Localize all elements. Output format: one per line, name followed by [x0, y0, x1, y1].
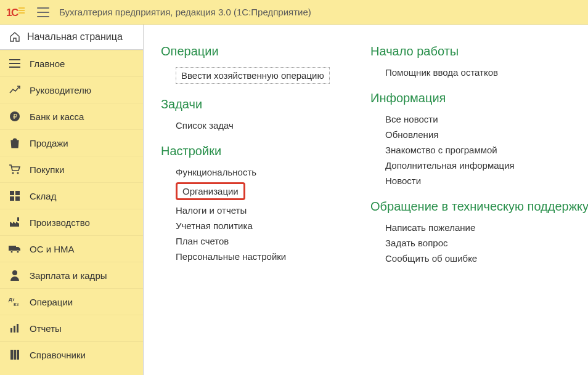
link-organizations[interactable]: Организации: [176, 182, 245, 200]
link-enter-operation[interactable]: Ввести хозяйственную операцию: [176, 67, 330, 84]
link-all-news[interactable]: Все новости: [385, 114, 438, 124]
sidebar-item-label: Банк и касса: [30, 111, 84, 122]
sidebar-item-warehouse[interactable]: Склад: [0, 182, 143, 209]
svg-text:₽: ₽: [13, 113, 17, 120]
link-task-list[interactable]: Список задач: [176, 120, 234, 131]
link-news[interactable]: Новости: [385, 175, 421, 186]
link-personal-settings[interactable]: Персональные настройки: [176, 251, 286, 262]
content-area: Операции Ввести хозяйственную операцию З…: [144, 25, 588, 375]
svg-point-13: [17, 251, 19, 253]
sidebar-item-label: Операции: [30, 297, 73, 307]
link-extra-info[interactable]: Дополнительная информация: [385, 160, 515, 171]
sidebar-item-production[interactable]: Производство: [0, 209, 143, 235]
link-taxes-reports[interactable]: Налоги и отчеты: [176, 205, 247, 216]
link-intro[interactable]: Знакомство с программой: [385, 145, 497, 155]
link-balance-assistant[interactable]: Помощник ввода остатков: [385, 67, 498, 78]
link-report-error[interactable]: Сообщить об ошибке: [385, 253, 477, 264]
app-logo-icon: 1 C: [6, 6, 27, 19]
books-icon: [9, 349, 21, 360]
start-page-label: Начальная страница: [27, 31, 123, 42]
sidebar-item-bank[interactable]: ₽ Банк и касса: [0, 103, 143, 129]
link-accounting-policy[interactable]: Учетная политика: [176, 220, 253, 231]
sidebar: Начальная страница Главное Руководителю …: [0, 25, 144, 375]
svg-rect-19: [17, 324, 18, 333]
titlebar: 1 C Бухгалтерия предприятия, редакция 3.…: [0, 0, 588, 25]
chart-line-icon: [9, 84, 21, 95]
grid-icon: [9, 190, 21, 201]
section-tasks-title: Задачи: [161, 97, 346, 111]
svg-rect-21: [14, 350, 16, 360]
app-title: Бухгалтерия предприятия, редакция 3.0 (1…: [59, 7, 311, 17]
sidebar-item-label: Склад: [30, 191, 56, 201]
bar-chart-icon: [9, 323, 21, 334]
section-settings-title: Настройки: [161, 144, 346, 158]
factory-icon: [9, 217, 21, 228]
truck-icon: [9, 243, 21, 254]
svg-rect-20: [10, 350, 13, 360]
cart-icon: [9, 164, 21, 175]
svg-rect-9: [15, 196, 20, 201]
sidebar-item-directories[interactable]: Справочники: [0, 341, 143, 368]
section-info-title: Информация: [370, 91, 588, 105]
sidebar-item-label: Зарплата и кадры: [30, 270, 107, 281]
sidebar-item-assets[interactable]: ОС и НМА: [0, 235, 143, 262]
section-operations-title: Операции: [161, 44, 346, 58]
svg-rect-17: [10, 328, 12, 333]
sidebar-item-manager[interactable]: Руководителю: [0, 76, 143, 103]
sidebar-item-label: Покупки: [30, 164, 64, 175]
svg-rect-11: [9, 246, 16, 251]
sidebar-item-label: Отчеты: [30, 323, 62, 334]
svg-rect-6: [10, 191, 14, 195]
link-chart-accounts[interactable]: План счетов: [176, 236, 229, 246]
svg-rect-22: [17, 350, 19, 360]
svg-text:Кт: Кт: [14, 302, 19, 307]
sidebar-item-label: Продажи: [30, 138, 68, 148]
home-icon: [9, 31, 21, 42]
bag-icon: [9, 137, 21, 148]
sidebar-item-label: ОС и НМА: [30, 244, 75, 254]
sidebar-item-label: Руководителю: [30, 85, 91, 95]
svg-point-14: [12, 270, 17, 275]
svg-point-12: [10, 251, 13, 253]
link-functionality[interactable]: Функциональность: [176, 167, 256, 177]
sidebar-item-label: Справочники: [30, 350, 86, 360]
svg-rect-18: [14, 326, 15, 333]
section-support-title: Обращение в техническую поддержку: [370, 200, 588, 214]
link-ask-question[interactable]: Задать вопрос: [385, 238, 447, 248]
start-page-tab[interactable]: Начальная страница: [0, 25, 144, 50]
svg-rect-10: [17, 217, 19, 221]
svg-point-4: [12, 172, 14, 174]
sidebar-item-reports[interactable]: Отчеты: [0, 315, 143, 341]
person-icon: [9, 270, 21, 281]
dt-kt-icon: ДтКт: [9, 296, 21, 307]
main-menu-icon[interactable]: [37, 7, 49, 17]
link-updates[interactable]: Обновления: [385, 129, 438, 140]
sidebar-item-operations[interactable]: ДтКт Операции: [0, 288, 143, 315]
sidebar-item-purchases[interactable]: Покупки: [0, 156, 143, 182]
sidebar-item-main[interactable]: Главное: [0, 50, 143, 76]
section-start-title: Начало работы: [370, 44, 588, 58]
svg-rect-8: [10, 196, 14, 201]
sidebar-item-label: Производство: [30, 217, 90, 228]
sidebar-item-label: Главное: [30, 58, 65, 69]
svg-text:C: C: [11, 7, 18, 18]
svg-rect-7: [15, 191, 20, 195]
menu-icon: [9, 58, 21, 69]
ruble-circle-icon: ₽: [9, 111, 21, 122]
sidebar-item-sales[interactable]: Продажи: [0, 129, 143, 156]
svg-point-5: [17, 172, 19, 174]
link-send-wish[interactable]: Написать пожелание: [385, 222, 475, 233]
sidebar-item-hr[interactable]: Зарплата и кадры: [0, 262, 143, 288]
